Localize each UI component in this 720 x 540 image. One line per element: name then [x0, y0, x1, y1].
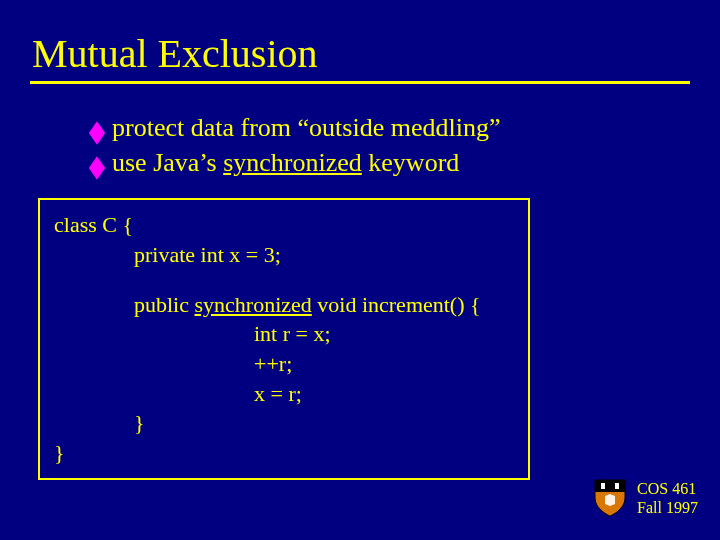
- princeton-shield-icon: [593, 478, 627, 518]
- diamond-bullet-icon: [89, 156, 105, 179]
- code-line: int r = x;: [54, 319, 514, 349]
- code-blank-line: [54, 270, 514, 290]
- bullet-text-quoted: “outside meddling”: [298, 113, 501, 142]
- code-line: private int x = 3;: [54, 240, 514, 270]
- footer-text: COS 461 Fall 1997: [637, 479, 698, 517]
- code-line: public synchronized void increment() {: [54, 290, 514, 320]
- diamond-bullet-icon: [89, 121, 105, 144]
- bullet-item: use Java’s synchronized keyword: [90, 145, 690, 180]
- code-span-underlined: synchronized: [195, 292, 312, 317]
- code-line: }: [54, 408, 514, 438]
- bullet-text-post: keyword: [362, 148, 459, 177]
- code-line: class C {: [54, 210, 514, 240]
- bullet-item: protect data from “outside meddling”: [90, 110, 690, 145]
- code-span: void increment() {: [312, 292, 481, 317]
- code-box: class C { private int x = 3; public sync…: [38, 198, 530, 480]
- bullet-text: protect data from “outside meddling”: [112, 110, 500, 145]
- svg-rect-1: [615, 483, 619, 489]
- code-line: }: [54, 438, 514, 468]
- bullet-text: use Java’s synchronized keyword: [112, 145, 459, 180]
- slide: Mutual Exclusion protect data from “outs…: [0, 0, 720, 540]
- bullet-text-pre: use Java’s: [112, 148, 223, 177]
- bullet-list: protect data from “outside meddling” use…: [90, 110, 690, 180]
- code-span: public: [134, 292, 195, 317]
- code-line: ++r;: [54, 349, 514, 379]
- bullet-text-underlined: synchronized: [223, 148, 362, 177]
- slide-title: Mutual Exclusion: [32, 30, 690, 77]
- footer: COS 461 Fall 1997: [593, 478, 698, 518]
- svg-rect-0: [601, 483, 605, 489]
- code-line: x = r;: [54, 379, 514, 409]
- title-rule: [30, 81, 690, 84]
- footer-term: Fall 1997: [637, 498, 698, 517]
- footer-course: COS 461: [637, 479, 698, 498]
- bullet-text-pre: protect data from: [112, 113, 298, 142]
